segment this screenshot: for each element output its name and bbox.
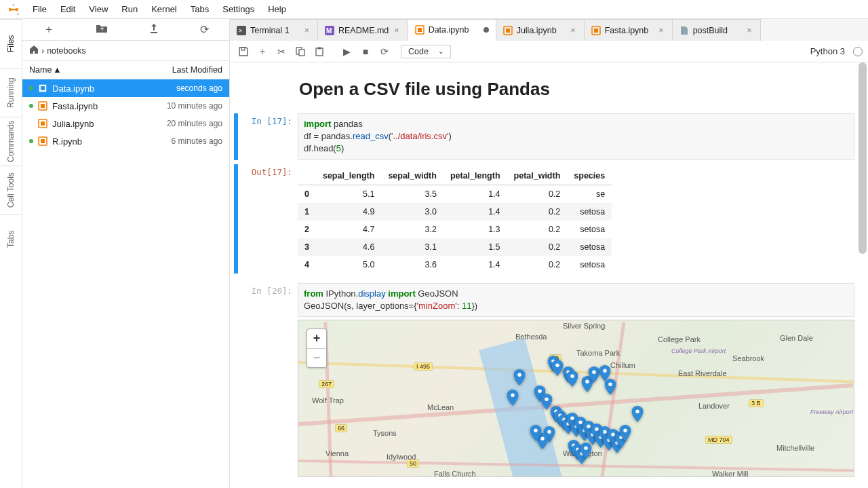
map-highway-shield: 50 bbox=[407, 459, 419, 468]
tab[interactable]: M README.md × bbox=[318, 19, 408, 41]
kernel-status-icon[interactable] bbox=[853, 47, 863, 56]
map-highway-shield: 66 bbox=[335, 424, 347, 432]
file-row[interactable]: R.ipynb 6 minutes ago bbox=[22, 132, 229, 150]
svg-rect-4 bbox=[151, 32, 157, 33]
file-name: R.ipynb bbox=[52, 136, 167, 147]
col-name[interactable]: Name bbox=[29, 65, 52, 75]
table-row: 05.13.51.40.2se bbox=[298, 185, 612, 203]
map-pin-icon[interactable] bbox=[605, 379, 616, 395]
map-pin-icon[interactable] bbox=[632, 406, 644, 422]
file-list-header: Name ▲ Last Modified bbox=[22, 60, 229, 79]
file-row[interactable]: Data.ipynb seconds ago bbox=[22, 79, 229, 97]
map-highway-shield: I 495 bbox=[414, 362, 433, 371]
menu-file[interactable]: File bbox=[26, 1, 54, 17]
tab[interactable]: postBuild × bbox=[673, 19, 761, 41]
paste-icon[interactable] bbox=[311, 43, 328, 60]
map-pin-icon[interactable] bbox=[507, 390, 519, 406]
map-pin-icon[interactable] bbox=[514, 369, 526, 386]
rail-tab-running[interactable]: Running bbox=[0, 68, 22, 117]
running-dot-icon bbox=[29, 139, 33, 143]
col-modified[interactable]: Last Modified bbox=[172, 65, 222, 75]
menu-view[interactable]: View bbox=[82, 1, 115, 17]
map-place-label: Vienna bbox=[326, 449, 349, 457]
file-row[interactable]: Julia.ipynb 20 minutes ago bbox=[22, 115, 229, 132]
code-cell[interactable]: In [20]: from IPython.display import Geo… bbox=[234, 283, 854, 477]
upload-icon[interactable] bbox=[149, 23, 159, 37]
menu-run[interactable]: Run bbox=[115, 1, 144, 17]
map-pin-icon[interactable] bbox=[580, 443, 592, 459]
file-row[interactable]: Fasta.ipynb 10 minutes ago bbox=[22, 97, 229, 115]
tab[interactable]: Data.ipynb bbox=[408, 19, 496, 41]
copy-icon[interactable] bbox=[292, 43, 309, 60]
table-row: 14.93.01.40.2setosa bbox=[298, 203, 612, 221]
map-pin-icon[interactable] bbox=[567, 371, 578, 387]
code-editor[interactable]: import pandas df = pandas.read_csv('../d… bbox=[298, 113, 854, 160]
breadcrumb[interactable]: › notebooks bbox=[22, 41, 229, 60]
svg-point-38 bbox=[603, 369, 606, 372]
svg-point-52 bbox=[603, 430, 606, 433]
rail-tab-files[interactable]: Files bbox=[0, 19, 22, 68]
table-row: 34.63.11.50.2setosa bbox=[298, 238, 612, 256]
svg-rect-12 bbox=[41, 139, 45, 143]
close-icon[interactable]: × bbox=[657, 26, 665, 35]
kernel-name[interactable]: Python 3 bbox=[810, 46, 845, 56]
svg-point-39 bbox=[608, 382, 612, 386]
notebook-icon bbox=[37, 83, 48, 94]
zoom-in-button[interactable]: + bbox=[307, 329, 326, 348]
menu-edit[interactable]: Edit bbox=[54, 1, 82, 17]
code-editor[interactable]: from IPython.display import GeoJSON GeoJ… bbox=[298, 283, 854, 317]
output-prompt: Out[17]: bbox=[239, 164, 298, 274]
cut-icon[interactable]: ✂ bbox=[273, 43, 290, 60]
close-icon[interactable]: × bbox=[303, 26, 311, 35]
table-row: 45.03.61.40.2setosa bbox=[298, 256, 612, 274]
chevron-down-icon: ⌄ bbox=[438, 48, 443, 55]
map-place-label: Mitchellville bbox=[776, 444, 814, 452]
tab-label: Julia.ipynb bbox=[517, 26, 566, 35]
map-place-label: Freeway Airport bbox=[810, 409, 853, 415]
rail-tab-commands[interactable]: Commands bbox=[0, 117, 22, 166]
file-name: Data.ipynb bbox=[52, 83, 172, 94]
svg-point-35 bbox=[511, 393, 514, 396]
notebook-icon bbox=[37, 100, 48, 111]
input-prompt: In [20]: bbox=[239, 283, 298, 477]
svg-point-65 bbox=[534, 428, 537, 432]
cell-type-select[interactable]: Code ⌄ bbox=[401, 45, 451, 58]
add-cell-icon[interactable]: ＋ bbox=[254, 43, 271, 60]
tab[interactable]: > Terminal 1 × bbox=[230, 19, 318, 41]
file-modified: 10 minutes ago bbox=[167, 101, 222, 111]
map-highway-shield: MD 704 bbox=[705, 436, 732, 444]
tab[interactable]: Fasta.ipynb × bbox=[585, 19, 673, 41]
menu-tabs[interactable]: Tabs bbox=[184, 1, 216, 17]
close-icon[interactable]: × bbox=[393, 26, 400, 35]
map-pin-icon[interactable] bbox=[552, 360, 564, 376]
stop-icon[interactable]: ■ bbox=[357, 43, 374, 60]
close-icon[interactable]: × bbox=[569, 26, 576, 35]
rail-tab-cell-tools[interactable]: Cell Tools bbox=[0, 166, 22, 214]
rail-tab-tabs[interactable]: Tabs bbox=[0, 214, 22, 263]
home-icon[interactable] bbox=[29, 45, 39, 56]
tab[interactable]: Julia.ipynb × bbox=[496, 19, 585, 41]
map-pin-icon[interactable] bbox=[620, 425, 631, 441]
new-launcher-icon[interactable]: ＋ bbox=[43, 22, 54, 37]
notebook-body[interactable]: Open a CSV file using Pandas In [17]: im… bbox=[230, 62, 868, 488]
code-cell[interactable]: In [17]: import pandas df = pandas.read_… bbox=[234, 113, 854, 160]
menu-help[interactable]: Help bbox=[261, 1, 293, 17]
map-place-label: Silver Spring bbox=[563, 322, 605, 330]
refresh-icon[interactable]: ⟳ bbox=[200, 23, 209, 36]
save-icon[interactable] bbox=[235, 43, 252, 60]
menu-kernel[interactable]: Kernel bbox=[144, 1, 184, 17]
map-pin-icon[interactable] bbox=[589, 367, 600, 383]
file-modified: seconds ago bbox=[176, 83, 222, 93]
scrollbar-thumb[interactable] bbox=[859, 62, 867, 254]
zoom-out-button[interactable]: − bbox=[307, 348, 326, 367]
map-pin-icon[interactable] bbox=[530, 425, 542, 441]
close-icon[interactable]: × bbox=[745, 26, 753, 35]
output-cell: Out[17]: sepal_lengthsepal_widthpetal_le… bbox=[234, 164, 854, 274]
menu-settings[interactable]: Settings bbox=[216, 1, 261, 17]
restart-icon[interactable]: ⟳ bbox=[376, 43, 393, 60]
breadcrumb-folder[interactable]: notebooks bbox=[47, 46, 86, 56]
run-icon[interactable]: ▶ bbox=[338, 43, 355, 60]
geojson-map-output[interactable]: + − BethesdaSilver SpringCollege ParkTak… bbox=[298, 320, 854, 477]
new-folder-icon[interactable] bbox=[96, 24, 108, 36]
md-icon: M bbox=[325, 26, 334, 35]
